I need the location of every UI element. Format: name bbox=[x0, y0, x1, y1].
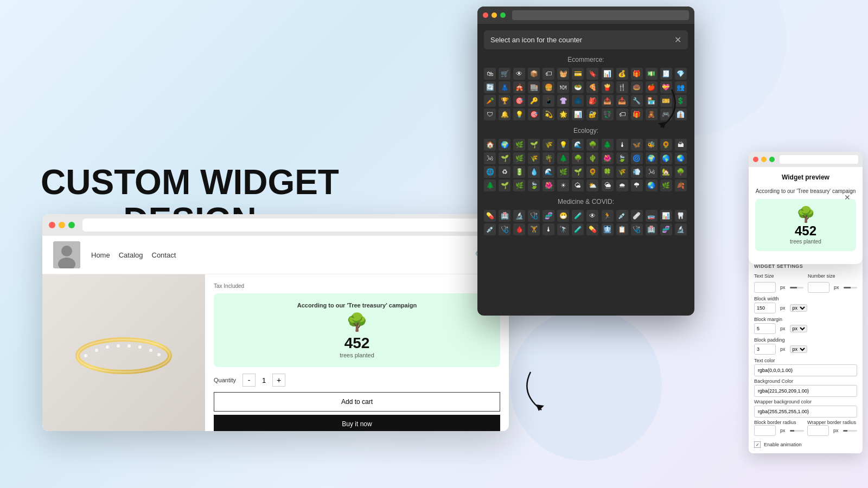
icon-cell[interactable]: 🍃 bbox=[616, 152, 628, 164]
block-border-radius-input[interactable] bbox=[754, 425, 776, 436]
icon-cell[interactable]: 🌟 bbox=[557, 108, 569, 120]
icon-cell[interactable]: 📋 bbox=[616, 223, 628, 235]
icon-cell[interactable]: 📦 bbox=[528, 68, 540, 80]
icon-cell[interactable]: 🔭 bbox=[557, 223, 569, 235]
block-padding-input[interactable] bbox=[754, 344, 776, 355]
icon-cell[interactable]: 🏃 bbox=[602, 210, 614, 222]
icon-cell[interactable]: 🧥 bbox=[572, 95, 584, 107]
icon-cell[interactable]: 🌿 bbox=[513, 139, 525, 151]
icon-cell[interactable]: 🌳 bbox=[586, 139, 598, 151]
text-color-input[interactable] bbox=[754, 364, 857, 376]
icon-cell[interactable]: 🔄 bbox=[484, 81, 496, 93]
nav-contact[interactable]: Contact bbox=[152, 251, 176, 259]
block-margin-unit-select[interactable]: px bbox=[790, 325, 807, 332]
quantity-minus[interactable]: - bbox=[242, 374, 256, 387]
icon-cell[interactable]: 🍔 bbox=[542, 81, 554, 93]
icon-cell[interactable]: 📊 bbox=[572, 108, 584, 120]
text-size-input[interactable] bbox=[754, 282, 776, 293]
icon-cell[interactable]: 🍟 bbox=[602, 81, 614, 93]
icon-cell[interactable]: 🌊 bbox=[542, 166, 554, 178]
icon-cell[interactable]: 🏷 bbox=[542, 68, 554, 80]
icon-cell[interactable]: 🍕 bbox=[586, 81, 598, 93]
icon-cell[interactable]: 💧 bbox=[528, 166, 540, 178]
icon-cell[interactable]: 🧫 bbox=[646, 210, 658, 222]
icon-cell[interactable]: 🛍 bbox=[484, 68, 496, 80]
icon-cell[interactable]: 💡 bbox=[513, 108, 525, 120]
icon-cell[interactable]: 💫 bbox=[542, 108, 554, 120]
icon-cell[interactable]: 🏠 bbox=[484, 139, 496, 151]
icon-cell[interactable]: 🎯 bbox=[513, 95, 525, 107]
icon-cell[interactable]: 🥗 bbox=[572, 81, 584, 93]
icon-cell[interactable]: 👗 bbox=[499, 81, 510, 93]
icon-cell[interactable]: 🎁 bbox=[631, 68, 643, 80]
icon-cell[interactable]: 🌴 bbox=[542, 152, 554, 164]
icon-cell[interactable]: 🩺 bbox=[528, 210, 540, 222]
icon-cell[interactable]: 💊 bbox=[586, 223, 598, 235]
icon-cell[interactable]: 🌡 bbox=[542, 223, 554, 235]
icon-cell[interactable]: 🌬 bbox=[646, 166, 658, 178]
icon-cell[interactable]: 👚 bbox=[557, 95, 569, 107]
icon-cell[interactable]: 🌏 bbox=[675, 152, 687, 164]
icon-cell[interactable]: 🧪 bbox=[572, 210, 584, 222]
quantity-plus[interactable]: + bbox=[272, 374, 285, 387]
icon-cell[interactable]: 👥 bbox=[675, 81, 687, 93]
icon-cell[interactable]: 🍂 bbox=[675, 179, 687, 191]
icon-cell[interactable]: 🍀 bbox=[602, 166, 614, 178]
block-padding-unit-select[interactable]: px bbox=[790, 345, 807, 353]
icon-cell[interactable]: 🌲 bbox=[557, 152, 569, 164]
icon-cell[interactable]: 🩺 bbox=[499, 223, 510, 235]
icon-cell[interactable]: 🛒 bbox=[499, 68, 510, 80]
icon-cell[interactable]: 🔔 bbox=[499, 108, 510, 120]
icon-cell[interactable]: 🌺 bbox=[602, 152, 614, 164]
icon-cell[interactable]: 🍴 bbox=[616, 81, 628, 93]
nav-catalog[interactable]: Catalog bbox=[119, 251, 143, 259]
wrapper-bg-input[interactable] bbox=[754, 406, 857, 418]
icon-cell[interactable]: 🏬 bbox=[528, 81, 540, 93]
icon-cell[interactable]: 🛡 bbox=[484, 108, 496, 120]
icon-cell[interactable]: 🌍 bbox=[499, 139, 510, 151]
icon-cell[interactable]: 🌳 bbox=[572, 152, 584, 164]
icon-cell[interactable]: 🧾 bbox=[660, 68, 672, 80]
icon-cell[interactable]: 🐝 bbox=[646, 139, 658, 151]
buy-now-button[interactable]: Buy it now bbox=[214, 415, 500, 431]
icon-cell[interactable]: 🍽 bbox=[557, 81, 569, 93]
icon-cell[interactable]: 🌡 bbox=[616, 139, 628, 151]
icon-cell[interactable]: 🥕 bbox=[484, 95, 496, 107]
icon-cell[interactable]: 🏥 bbox=[499, 210, 510, 222]
icon-cell[interactable]: 🏆 bbox=[499, 95, 510, 107]
icon-cell[interactable]: 📊 bbox=[660, 210, 672, 222]
icon-cell[interactable]: 🔋 bbox=[513, 166, 525, 178]
icon-cell[interactable]: 🏥 bbox=[646, 223, 658, 235]
icon-cell[interactable]: 🎮 bbox=[660, 108, 672, 120]
icon-cell[interactable]: 🩸 bbox=[513, 223, 525, 235]
icon-cell[interactable]: 🏷 bbox=[616, 108, 628, 120]
icon-cell[interactable]: 💰 bbox=[616, 68, 628, 80]
icon-cell[interactable]: 💉 bbox=[616, 210, 628, 222]
icon-cell[interactable]: 🍃 bbox=[528, 179, 540, 191]
icon-cell[interactable]: 🍎 bbox=[646, 81, 658, 93]
icon-cell[interactable]: 🔖 bbox=[586, 68, 598, 80]
icon-cell[interactable]: 🌿 bbox=[513, 152, 525, 164]
icon-cell[interactable]: ☀ bbox=[557, 179, 569, 191]
icon-cell[interactable]: 🌻 bbox=[660, 139, 672, 151]
icon-cell[interactable]: 🌿 bbox=[660, 179, 672, 191]
icon-cell[interactable]: 🌤 bbox=[572, 179, 584, 191]
number-size-input[interactable] bbox=[808, 282, 829, 293]
icon-cell[interactable]: 😷 bbox=[557, 210, 569, 222]
icon-cell[interactable]: 🌿 bbox=[557, 166, 569, 178]
icon-cell[interactable]: 👔 bbox=[675, 108, 687, 120]
icon-cell[interactable]: 🌍 bbox=[646, 152, 658, 164]
icon-cell[interactable]: 👁 bbox=[586, 210, 598, 222]
icon-cell[interactable]: 🌩 bbox=[631, 179, 643, 191]
icon-cell[interactable]: 💎 bbox=[675, 68, 687, 80]
icon-cell[interactable]: 🌎 bbox=[660, 152, 672, 164]
icon-cell[interactable]: 🌵 bbox=[586, 152, 598, 164]
enable-animation-checkbox[interactable]: ✓ bbox=[754, 441, 761, 448]
icon-cell[interactable]: 🧸 bbox=[646, 108, 658, 120]
icon-cell[interactable]: 🩺 bbox=[631, 223, 643, 235]
icon-cell[interactable]: 💝 bbox=[660, 81, 672, 93]
icon-cell[interactable]: 🎯 bbox=[528, 108, 540, 120]
icon-modal-close-button[interactable]: ✕ bbox=[674, 35, 681, 45]
block-margin-input[interactable] bbox=[754, 323, 776, 334]
icon-cell[interactable]: 🩹 bbox=[631, 210, 643, 222]
